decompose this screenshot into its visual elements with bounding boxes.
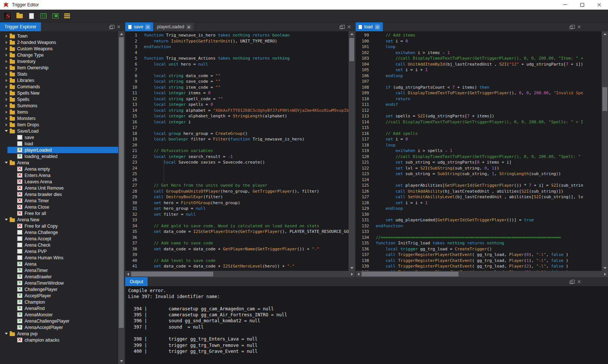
chevron-expanded-icon[interactable] [3, 219, 10, 221]
toolbar-button-logo[interactable]: S [2, 11, 13, 21]
tab-save[interactable]: save [125, 22, 153, 31]
center-hscrollbar[interactable] [125, 271, 355, 277]
tab-playerloaded[interactable]: playerLoaded [154, 22, 194, 31]
tree-item-load[interactable]: load [0, 140, 118, 147]
tab-close-icon[interactable] [145, 25, 150, 29]
tree-item-arenaacceptplayer[interactable]: ArenaAcceptPlayer [0, 324, 118, 330]
chevron-collapsed-icon[interactable] [3, 60, 10, 63]
tree-item-item-ownership[interactable]: Item Ownership [0, 64, 118, 71]
tree-item-save[interactable]: save [0, 134, 118, 140]
tree-item-custom-weapons[interactable]: Custom Weapons [0, 45, 118, 52]
tree-item-inventory[interactable]: Inventory [0, 58, 118, 64]
chevron-collapsed-icon[interactable] [3, 54, 10, 57]
tree-item-summons[interactable]: Summons [0, 102, 118, 109]
toolbar-button-convert[interactable] [50, 11, 60, 21]
close-panel-icon[interactable] [577, 25, 581, 29]
tree-item-change-type[interactable]: Change Type [0, 52, 118, 58]
scroll-right-button[interactable] [349, 271, 355, 277]
float-panel-icon[interactable] [340, 26, 343, 29]
chevron-collapsed-icon[interactable] [3, 123, 10, 126]
scroll-down-button[interactable] [602, 265, 608, 271]
tree-item-arena-new[interactable]: Arena New [0, 216, 118, 223]
close-panel-icon[interactable] [577, 280, 581, 284]
center-code[interactable]: function Trig_newsave_is_hero takes noth… [141, 31, 349, 271]
scroll-down-button[interactable] [349, 265, 355, 271]
scroll-up-button[interactable] [602, 31, 608, 37]
right-hscrollbar-thumb[interactable] [362, 272, 459, 276]
center-vscrollbar-thumb[interactable] [349, 38, 354, 61]
scroll-right-button[interactable] [602, 271, 608, 277]
toolbar-button-new-file[interactable] [26, 11, 37, 21]
right-vscrollbar[interactable] [602, 31, 608, 271]
tree-item-arena-unit-remove[interactable]: Arena Unit Remove [0, 185, 118, 191]
maximize-button[interactable] [574, 0, 591, 9]
chevron-expanded-icon[interactable] [3, 130, 10, 132]
tree-item-loading-enabled[interactable]: loading_enabled [0, 153, 118, 159]
tree-scroll-up-button[interactable] [118, 31, 125, 37]
toolbar-button-open[interactable] [14, 11, 25, 21]
tree-item-town[interactable]: Town [0, 33, 118, 39]
close-panel-icon[interactable] [347, 25, 351, 29]
tree-item-champion[interactable]: Champion [0, 299, 118, 305]
tab-close-icon[interactable] [186, 25, 191, 29]
float-panel-icon[interactable] [570, 281, 573, 284]
tree-item-libraries[interactable]: Libraries [0, 77, 118, 83]
tree-item-arena-human-wins[interactable]: Arena Human Wins [0, 254, 118, 261]
tree-item-spells[interactable]: Spells [0, 96, 118, 102]
tree-item-arenachallengeplayer[interactable]: ArenaChallengePlayer [0, 318, 118, 324]
chevron-collapsed-icon[interactable] [3, 98, 10, 101]
tree-item-2-handed-weapons[interactable]: 2-handed Weapons [0, 39, 118, 45]
tree-item-item-drops[interactable]: Item Drops [0, 121, 118, 128]
toolbar-button-variables[interactable] [38, 11, 48, 21]
float-panel-icon[interactable] [109, 26, 113, 29]
tree-item-arena-brawler-dies[interactable]: Arena brawler dies [0, 191, 118, 197]
tree-item-arenarnd[interactable]: ArenaRnd [0, 305, 118, 311]
chevron-collapsed-icon[interactable] [3, 79, 10, 82]
tree-item-items[interactable]: Items [0, 109, 118, 115]
chevron-expanded-icon[interactable] [3, 162, 10, 164]
scroll-left-button[interactable] [356, 271, 361, 277]
scroll-up-button[interactable] [349, 31, 355, 37]
tree-item-free-for-all[interactable]: Free for all [0, 210, 118, 216]
right-code[interactable]: // Add items set i = 0 loop exitwhen i >… [373, 31, 602, 271]
chevron-collapsed-icon[interactable] [3, 35, 10, 38]
chevron-collapsed-icon[interactable] [3, 111, 10, 114]
minimize-button[interactable] [557, 0, 574, 9]
float-panel-icon[interactable] [570, 26, 573, 29]
close-panel-icon[interactable] [117, 25, 121, 29]
chevron-collapsed-icon[interactable] [3, 66, 10, 69]
tree-item-acceptplayer[interactable]: AcceptPlayer [0, 292, 118, 299]
center-vscrollbar[interactable] [349, 31, 355, 271]
tree-item-arena-close[interactable]: Arena Close [0, 204, 118, 210]
chevron-collapsed-icon[interactable] [3, 92, 10, 95]
tree-item-enters-arena[interactable]: Enters Arena [0, 172, 118, 178]
tree-item-playerloaded[interactable]: playerLoaded [0, 147, 118, 153]
tree-scrollbar-thumb[interactable] [119, 37, 124, 328]
tree-item-arenatimer[interactable]: ArenaTimer [0, 267, 118, 273]
chevron-collapsed-icon[interactable] [3, 117, 10, 120]
tree-item-arenamonster[interactable]: ArenaMonster [0, 311, 118, 318]
tree-item-arena-challenge[interactable]: Arena Challenge [0, 229, 118, 235]
tree-item-arena-pvp[interactable]: Arena PVP [0, 248, 118, 254]
tree-item-arenatimerwindow[interactable]: ArenaTimerWindow [0, 280, 118, 286]
output-tab[interactable]: Output [125, 277, 148, 286]
tree-item-commands[interactable]: Commands [0, 83, 118, 90]
chevron-collapsed-icon[interactable] [3, 73, 10, 76]
right-vscrollbar-thumb[interactable] [602, 87, 607, 111]
chevron-collapsed-icon[interactable] [3, 104, 10, 107]
chevron-collapsed-icon[interactable] [3, 41, 10, 44]
tree-item-arena[interactable]: Arena [0, 261, 118, 267]
tree-item-spells-new[interactable]: Spells New [0, 90, 118, 96]
close-button[interactable] [591, 0, 608, 9]
tree-item-arenabrawler[interactable]: ArenaBrawler [0, 273, 118, 280]
tree-item-challengeplayer[interactable]: ChallengePlayer [0, 286, 118, 292]
tree-item-arena-check[interactable]: Arena Check [0, 242, 118, 248]
tree-item-save-load[interactable]: Save/Load [0, 128, 118, 134]
scroll-left-button[interactable] [125, 271, 131, 277]
tree-item-stats[interactable]: Stats [0, 71, 118, 77]
tree-item-free-for-all-copy[interactable]: Free for all Copy [0, 223, 118, 229]
toolbar-button-list[interactable] [62, 11, 72, 21]
tree-item-arena[interactable]: Arena [0, 159, 118, 166]
tree-item-champion-attacks[interactable]: champion attacks [0, 337, 118, 343]
tree-scroll-down-button[interactable] [118, 358, 125, 364]
